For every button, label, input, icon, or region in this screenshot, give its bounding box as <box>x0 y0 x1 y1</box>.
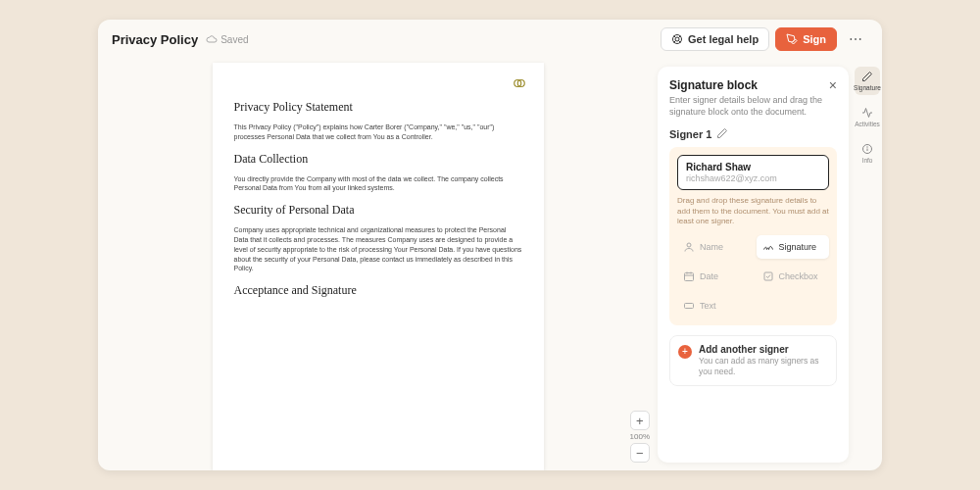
signer-card: Richard Shaw richshaw622@xyz.com Drag an… <box>669 147 837 324</box>
header-bar: Privacy Policy Saved Get legal help Sign… <box>98 20 882 59</box>
activity-icon <box>861 107 873 119</box>
sign-label: Sign <box>803 33 826 45</box>
pen-icon <box>861 71 873 82</box>
signer-name-value: Richard Shaw <box>686 162 820 172</box>
rail-label: Activities <box>855 121 880 127</box>
close-panel-button[interactable]: × <box>829 78 837 92</box>
rail-signature-tab[interactable]: Signature <box>855 67 880 95</box>
section-body: You directly provide the Company with mo… <box>234 174 522 194</box>
signer-details-input[interactable]: Richard Shaw richshaw622@xyz.com <box>677 155 829 190</box>
svg-point-18 <box>867 147 868 148</box>
saved-label: Saved <box>220 34 248 45</box>
plus-icon: + <box>678 345 692 359</box>
close-icon: × <box>829 77 837 93</box>
rail-info-tab[interactable]: Info <box>855 139 880 168</box>
svg-point-8 <box>687 243 691 247</box>
signer-email-value: richshaw622@xyz.com <box>686 173 820 183</box>
lifebuoy-icon <box>671 33 683 45</box>
add-signer-title: Add another signer <box>699 344 828 355</box>
drag-date-field[interactable]: Date <box>677 265 751 288</box>
section-heading: Privacy Policy Statement <box>234 100 522 115</box>
section-body: Company uses appropriate technical and o… <box>234 225 522 273</box>
add-signer-sub: You can add as many signers as you need. <box>699 356 828 377</box>
drag-item-label: Name <box>700 242 723 252</box>
cloud-icon <box>206 33 218 45</box>
rail-activities-tab[interactable]: Activities <box>855 103 880 131</box>
drag-checkbox-field[interactable]: Checkbox <box>757 265 830 288</box>
document-viewport[interactable]: Privacy Policy Statement This Privacy Po… <box>98 59 658 470</box>
svg-line-4 <box>674 41 676 43</box>
section-heading: Acceptance and Signature <box>234 283 522 298</box>
signer-number-label: Signer 1 <box>669 128 711 140</box>
sign-button[interactable]: Sign <box>775 27 837 51</box>
svg-rect-14 <box>685 303 694 308</box>
rail-label: Info <box>862 157 873 164</box>
checkbox-icon <box>762 270 774 282</box>
panel-subtitle: Enter signer details below and drag the … <box>669 95 837 118</box>
text-icon <box>683 300 695 312</box>
right-rail: Signature Activities Info <box>853 59 882 470</box>
drag-text-field[interactable]: Text <box>677 294 754 318</box>
svg-line-5 <box>679 36 681 38</box>
app-window: Privacy Policy Saved Get legal help Sign… <box>98 20 882 470</box>
pen-icon <box>786 33 798 45</box>
document-page: Privacy Policy Statement This Privacy Po… <box>213 63 544 470</box>
section-heading: Data Collection <box>234 152 522 167</box>
zoom-in-button[interactable]: + <box>630 411 650 430</box>
main-area: Privacy Policy Statement This Privacy Po… <box>98 59 882 470</box>
drag-field-grid: Name Signature Date Checkbox <box>677 235 829 318</box>
signer-heading: Signer 1 <box>669 127 837 141</box>
drag-item-label: Signature <box>779 242 817 252</box>
signature-icon <box>762 241 774 253</box>
drag-item-label: Checkbox <box>779 271 818 281</box>
edit-signer-button[interactable] <box>716 127 728 141</box>
zoom-level: 100% <box>630 432 650 441</box>
svg-point-1 <box>675 37 679 41</box>
svg-line-2 <box>674 36 676 38</box>
add-signer-button[interactable]: + Add another signer You can add as many… <box>669 335 837 386</box>
section-body: This Privacy Policy ("Policy") explains … <box>234 122 522 142</box>
svg-rect-9 <box>685 272 694 280</box>
drag-name-field[interactable]: Name <box>677 235 751 259</box>
document-title: Privacy Policy <box>112 32 198 47</box>
more-menu-button[interactable]: ⋯ <box>843 27 868 51</box>
dots-icon: ⋯ <box>849 31 862 47</box>
drag-signature-field[interactable]: Signature <box>757 235 830 259</box>
get-legal-help-button[interactable]: Get legal help <box>661 27 769 51</box>
svg-rect-13 <box>764 272 772 280</box>
drag-item-label: Date <box>700 271 718 281</box>
legal-help-label: Get legal help <box>688 33 759 45</box>
pencil-icon <box>716 127 728 139</box>
svg-line-3 <box>679 41 681 43</box>
calendar-icon <box>683 270 695 282</box>
rail-label: Signature <box>854 84 881 91</box>
zoom-controls: + 100% − <box>630 411 650 463</box>
drag-hint: Drag and drop these signature details to… <box>677 196 829 226</box>
drag-item-label: Text <box>700 301 716 311</box>
company-logo-icon <box>513 76 526 90</box>
section-heading: Security of Personal Data <box>234 203 522 218</box>
signature-panel: Signature block × Enter signer details b… <box>658 67 849 463</box>
zoom-out-button[interactable]: − <box>630 443 650 463</box>
info-icon <box>861 143 873 155</box>
panel-title: Signature block <box>669 78 758 92</box>
person-icon <box>683 241 695 253</box>
saved-indicator: Saved <box>206 33 248 45</box>
